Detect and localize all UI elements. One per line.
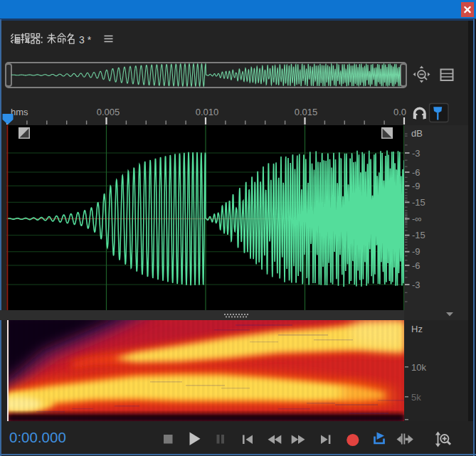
svg-text:Hz: Hz xyxy=(411,324,423,334)
svg-text:0.0: 0.0 xyxy=(393,107,406,117)
svg-text:10k: 10k xyxy=(411,362,426,373)
svg-text:hms: hms xyxy=(11,107,28,117)
svg-text:0.005: 0.005 xyxy=(97,107,120,117)
svg-text:5k: 5k xyxy=(411,392,421,403)
svg-text:0.010: 0.010 xyxy=(196,107,219,117)
svg-text:0.015: 0.015 xyxy=(295,107,318,117)
svg-text:3 *: 3 * xyxy=(79,34,92,46)
